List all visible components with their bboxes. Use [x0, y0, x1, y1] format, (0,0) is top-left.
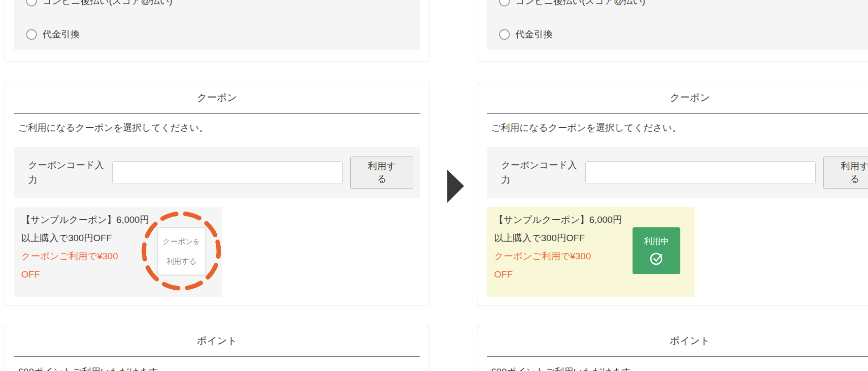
coupon-instruction: ご利用になるクーポンを選択してください。 [491, 122, 868, 134]
after-state-column: コンビニ後払い(スコア@払い) 代金引換 クーポン ご利用になるクーポンを選択し… [477, 0, 868, 371]
coupon-name-line: 以上購入で300円OFF [494, 229, 622, 247]
coupon-name-line: 以上購入で300円OFF [21, 229, 149, 247]
coupon-item-text: 【サンプルクーポン】6,000円 以上購入で300円OFF クーポンご利用で¥3… [21, 211, 149, 283]
coupon-item-text: 【サンプルクーポン】6,000円 以上購入で300円OFF クーポンご利用で¥3… [494, 211, 622, 283]
points-panel-title: ポイント [487, 334, 868, 357]
before-state-column: コンビニ後払い(スコア@払い) 代金引換 クーポン ご利用になるクーポンを選択し… [4, 0, 430, 371]
radio-icon[interactable] [499, 29, 510, 40]
payment-method-panel: コンビニ後払い(スコア@払い) 代金引換 [477, 0, 868, 62]
radio-icon[interactable] [499, 0, 510, 6]
coupon-panel-title: クーポン [487, 91, 868, 114]
coupon-code-input[interactable] [112, 161, 343, 184]
coupon-code-row: クーポンコード入力 利用する [14, 147, 420, 198]
coupon-discount-line: クーポンご利用で¥300 [21, 247, 149, 265]
payment-option-conbini[interactable]: コンビニ後払い(スコア@払い) [26, 0, 408, 8]
payment-option-cod[interactable]: 代金引換 [26, 28, 408, 41]
points-available-text: 600ポイントご利用いただけます [491, 366, 868, 371]
payment-option-label: 代金引換 [42, 28, 80, 41]
coupon-code-label: クーポンコード入力 [28, 158, 104, 188]
radio-icon[interactable] [26, 29, 37, 40]
coupon-in-use-label: 利用中 [644, 236, 669, 247]
points-panel: ポイント 600ポイントご利用いただけます [4, 326, 430, 371]
transition-arrow-icon [447, 170, 464, 203]
coupon-use-button[interactable]: クーポンを利用する [157, 227, 206, 275]
payment-option-cod[interactable]: 代金引換 [499, 28, 868, 41]
coupon-panel-title: クーポン [14, 91, 420, 114]
points-panel-title: ポイント [14, 334, 420, 357]
coupon-item: 【サンプルクーポン】6,000円 以上購入で300円OFF クーポンご利用で¥3… [14, 207, 222, 297]
points-panel: ポイント 600ポイントご利用いただけます [477, 326, 868, 371]
coupon-name-line: 【サンプルクーポン】6,000円 [21, 211, 149, 229]
payment-option-label: コンビニ後払い(スコア@払い) [515, 0, 645, 7]
payment-option-conbini[interactable]: コンビニ後払い(スコア@払い) [499, 0, 868, 8]
payment-options-area: コンビニ後払い(スコア@払い) 代金引換 [14, 0, 420, 50]
coupon-apply-button[interactable]: 利用する [350, 156, 413, 189]
coupon-discount-line: OFF [494, 265, 622, 283]
coupon-code-input[interactable] [585, 161, 816, 184]
check-circle-icon [649, 250, 665, 266]
payment-method-panel: コンビニ後払い(スコア@払い) 代金引換 [4, 0, 430, 62]
payment-option-label: 代金引換 [515, 28, 553, 41]
payment-option-label: コンビニ後払い(スコア@払い) [42, 0, 172, 7]
coupon-panel: クーポン ご利用になるクーポンを選択してください。 クーポンコード入力 利用する… [477, 83, 868, 306]
coupon-instruction: ご利用になるクーポンを選択してください。 [18, 122, 420, 134]
points-available-text: 600ポイントご利用いただけます [18, 366, 420, 371]
coupon-discount-line: OFF [21, 265, 149, 283]
payment-options-area: コンビニ後払い(スコア@払い) 代金引換 [487, 0, 868, 50]
coupon-name-line: 【サンプルクーポン】6,000円 [494, 211, 622, 229]
coupon-item-active: 【サンプルクーポン】6,000円 以上購入で300円OFF クーポンご利用で¥3… [487, 207, 695, 297]
radio-icon[interactable] [26, 0, 37, 6]
coupon-panel: クーポン ご利用になるクーポンを選択してください。 クーポンコード入力 利用する… [4, 83, 430, 306]
coupon-code-row: クーポンコード入力 利用する [487, 147, 868, 198]
coupon-code-label: クーポンコード入力 [501, 158, 577, 188]
coupon-discount-line: クーポンご利用で¥300 [494, 247, 622, 265]
coupon-apply-button[interactable]: 利用する [823, 156, 868, 189]
coupon-in-use-button[interactable]: 利用中 [633, 227, 680, 274]
